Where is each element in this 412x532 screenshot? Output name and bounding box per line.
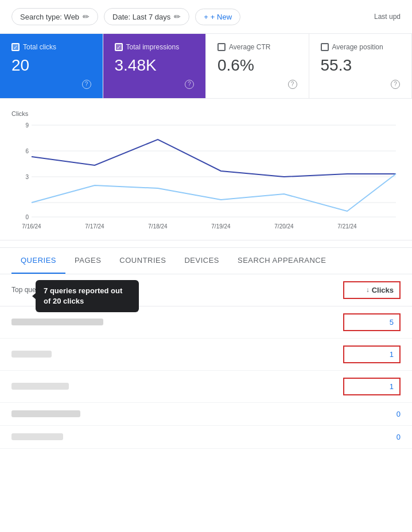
average-position-help-icon[interactable]: ? (391, 80, 400, 89)
date-range-edit-icon: ✏ (174, 12, 181, 21)
table-header: Top queries 7 queries reported out of 20… (0, 274, 412, 306)
metric-total-impressions[interactable]: ✓ Total impressions 3.48K ? (103, 34, 207, 99)
table-row: 0 (0, 426, 412, 449)
col-query-header: Top queries 7 queries reported out of 20… (11, 286, 343, 294)
average-position-checkbox[interactable] (321, 43, 329, 51)
new-button-label: + New (211, 13, 232, 21)
tab-pages[interactable]: PAGES (65, 248, 110, 274)
svg-text:7/21/24: 7/21/24 (337, 223, 357, 230)
row-2-clicks: 1 (343, 345, 401, 363)
chart-svg: 9 6 3 0 7/16/24 7/17/24 7/18/24 7/19/24 … (11, 119, 401, 234)
average-ctr-value: 0.6% (217, 56, 297, 75)
search-type-edit-icon: ✏ (83, 12, 90, 21)
svg-text:9: 9 (25, 122, 29, 129)
svg-text:3: 3 (25, 174, 29, 180)
table-row: 0 (0, 403, 412, 426)
svg-text:6: 6 (25, 148, 29, 154)
chart-y-label: Clicks (11, 110, 401, 117)
date-range-label: Date: Last 7 days (112, 13, 170, 21)
average-ctr-checkbox[interactable] (217, 43, 226, 51)
query-blur-5 (11, 433, 63, 440)
tooltip-wrapper: Top queries 7 queries reported out of 20… (11, 286, 47, 294)
query-blur-1 (11, 319, 103, 325)
total-impressions-help-icon[interactable]: ? (185, 80, 194, 89)
svg-text:7/20/24: 7/20/24 (274, 223, 294, 230)
row-3-clicks: 1 (343, 378, 401, 395)
last-updated-text: Last upd (374, 13, 401, 21)
table-area: Top queries 7 queries reported out of 20… (0, 274, 412, 449)
tabs-row: QUERIES PAGES COUNTRIES DEVICES SEARCH A… (0, 248, 412, 274)
total-clicks-label: Total clicks (23, 43, 56, 51)
table-row: 1 (0, 339, 412, 371)
metric-average-ctr[interactable]: Average CTR 0.6% ? (206, 34, 309, 99)
average-position-value: 55.3 (321, 56, 401, 75)
metric-average-position[interactable]: Average position 55.3 ? (309, 34, 413, 99)
new-button[interactable]: + + New (195, 9, 240, 25)
clicks-header-label: Clicks (372, 286, 394, 294)
total-clicks-help-icon[interactable]: ? (82, 80, 91, 89)
date-range-chip[interactable]: Date: Last 7 days ✏ (104, 8, 189, 25)
query-blur-2 (11, 351, 52, 358)
tabs-section: QUERIES PAGES COUNTRIES DEVICES SEARCH A… (0, 247, 412, 449)
total-impressions-label: Total impressions (126, 43, 180, 51)
average-ctr-help-icon[interactable]: ? (288, 80, 297, 89)
total-clicks-value: 20 (11, 56, 91, 75)
chart-area: Clicks 9 6 3 0 7/16/24 7/17/ (0, 99, 412, 240)
new-button-plus: + (204, 13, 208, 21)
table-row: 1 (0, 371, 412, 403)
search-type-chip[interactable]: Search type: Web ✏ (11, 8, 98, 25)
row-4-clicks: 0 (343, 410, 401, 418)
col-clicks-header[interactable]: ↓ Clicks (343, 281, 401, 299)
svg-text:7/18/24: 7/18/24 (148, 223, 168, 230)
row-5-clicks: 0 (343, 433, 401, 441)
chart-container: 9 6 3 0 7/16/24 7/17/24 7/18/24 7/19/24 … (11, 119, 401, 234)
average-position-label: Average position (332, 43, 383, 51)
page-wrapper: Search type: Web ✏ Date: Last 7 days ✏ +… (0, 0, 412, 532)
tab-search-appearance[interactable]: SEARCH APPEARANCE (228, 248, 335, 274)
tab-queries[interactable]: QUERIES (11, 248, 65, 274)
sort-down-icon: ↓ (366, 286, 370, 294)
svg-text:7/16/24: 7/16/24 (22, 223, 41, 230)
metrics-row: ✓ Total clicks 20 ? ✓ Total impressions … (0, 34, 412, 99)
total-impressions-value: 3.48K (115, 56, 195, 75)
top-queries-label: Top queries (11, 286, 47, 294)
svg-text:0: 0 (25, 214, 29, 220)
svg-text:7/19/24: 7/19/24 (211, 223, 231, 230)
tab-devices[interactable]: DEVICES (175, 248, 228, 274)
query-blur-4 (11, 410, 80, 417)
table-row: 5 (0, 306, 412, 339)
query-blur-3 (11, 383, 69, 390)
total-impressions-checkbox[interactable]: ✓ (115, 43, 123, 51)
svg-text:7/17/24: 7/17/24 (85, 223, 104, 230)
total-clicks-checkbox[interactable]: ✓ (11, 43, 20, 51)
average-ctr-label: Average CTR (229, 43, 270, 51)
tab-countries[interactable]: COUNTRIES (110, 248, 175, 274)
filter-bar: Search type: Web ✏ Date: Last 7 days ✏ +… (0, 0, 412, 34)
row-1-clicks: 5 (343, 313, 401, 331)
search-type-label: Search type: Web (20, 13, 79, 21)
metric-total-clicks[interactable]: ✓ Total clicks 20 ? (0, 34, 103, 99)
